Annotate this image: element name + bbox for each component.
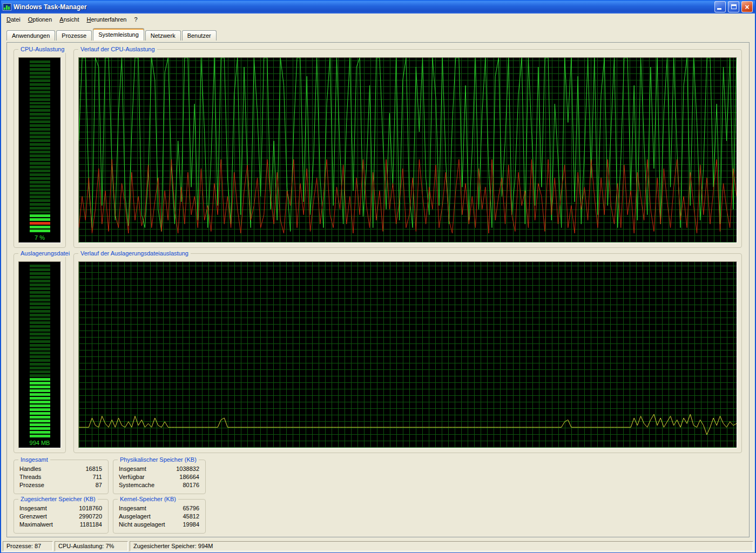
performance-tab-page: CPU-Auslastung 7 % Verlauf der CPU-Ausla…: [6, 42, 750, 537]
pagefile-history-graph: [78, 261, 737, 448]
cpu-led-bar: [30, 60, 50, 232]
cpu-history-plot: [79, 58, 737, 242]
cpu-history-groupbox: Verlauf der CPU-Auslastung: [73, 49, 742, 248]
stat-row: Insgesamt1018760: [19, 504, 102, 512]
cpu-usage-groupbox: CPU-Auslastung 7 %: [14, 49, 66, 248]
totals-caption: Insgesamt: [18, 456, 50, 463]
kernel-memory-groupbox: Kernel-Speicher (KB) Insgesamt65796Ausge…: [113, 499, 206, 534]
stat-row: Ausgelagert45812: [119, 512, 199, 521]
maximize-icon: [731, 4, 737, 9]
status-bar: Prozesse: 87 CPU-Auslastung: 7% Zugesich…: [1, 540, 755, 552]
menu-item-help[interactable]: ?: [130, 15, 141, 24]
minimize-icon: [717, 8, 721, 10]
cpu-history-graph: [78, 57, 737, 243]
tab-netzwerk[interactable]: Netzwerk: [145, 30, 181, 41]
totals-rows: Handles16815Threads711Prozesse87: [14, 460, 108, 491]
menu-item-datei[interactable]: Datei: [3, 15, 24, 24]
menu-bar: DateiOptionenAnsichtHerunterfahren?: [1, 14, 755, 25]
task-manager-window: Windows Task-Manager × DateiOptionenAnsi…: [0, 0, 756, 553]
stat-row: Insgesamt1038832: [119, 465, 199, 473]
cpu-usage-value: 7 %: [35, 234, 45, 241]
stat-row: Insgesamt65796: [119, 504, 199, 512]
commit-charge-groupbox: Zugesicherter Speicher (KB) Insgesamt101…: [14, 499, 109, 534]
pagefile-history-groupbox: Verlauf der Auslagerungsdateiauslastung: [73, 253, 742, 453]
menu-item-herunterfahren[interactable]: Herunterfahren: [83, 15, 130, 24]
stat-row: Threads711: [19, 473, 102, 481]
physical-memory-rows: Insgesamt1038832Verfügbar186664Systemcac…: [113, 460, 205, 491]
physical-memory-groupbox: Physikalischer Speicher (KB) Insgesamt10…: [113, 460, 206, 494]
commit-charge-rows: Insgesamt1018760Grenzwert2990720Maximalw…: [14, 500, 108, 530]
status-commit-charge: Zugesicherter Speicher: 994M: [130, 541, 753, 551]
totals-groupbox: Insgesamt Handles16815Threads711Prozesse…: [14, 460, 109, 494]
pagefile-led-bar: [30, 265, 50, 437]
close-button[interactable]: ×: [741, 1, 753, 12]
stat-row: Systemcache80176: [119, 481, 199, 489]
tab-benutzer[interactable]: Benutzer: [182, 30, 217, 41]
pagefile-caption: Auslagerungsdatei: [18, 250, 72, 257]
pagefile-history-plot: [79, 262, 737, 448]
stat-row: Verfügbar186664: [119, 473, 199, 481]
tab-anwendungen[interactable]: Anwendungen: [6, 30, 55, 41]
menu-item-ansicht[interactable]: Ansicht: [56, 15, 83, 24]
stat-row: Grenzwert2990720: [19, 512, 102, 521]
cpu-usage-caption: CPU-Auslastung: [18, 46, 66, 53]
menu-item-optionen[interactable]: Optionen: [24, 15, 56, 24]
tab-strip: AnwendungenProzesseSystemleistungNetzwer…: [1, 25, 755, 43]
commit-charge-caption: Zugesicherter Speicher (KB): [18, 496, 98, 503]
stat-row: Nicht ausgelagert19984: [119, 521, 199, 529]
kernel-memory-rows: Insgesamt65796Ausgelagert45812Nicht ausg…: [113, 500, 205, 530]
physical-memory-caption: Physikalischer Speicher (KB): [118, 456, 199, 463]
app-icon: [3, 3, 11, 11]
stat-row: Handles16815: [19, 465, 102, 473]
stat-row: Prozesse87: [19, 481, 102, 489]
title-bar[interactable]: Windows Task-Manager ×: [1, 0, 755, 14]
tab-prozesse[interactable]: Prozesse: [56, 30, 92, 41]
tab-systemleistung[interactable]: Systemleistung: [93, 28, 144, 41]
cpu-usage-meter: 7 %: [18, 57, 61, 243]
kernel-memory-caption: Kernel-Speicher (KB): [118, 496, 178, 503]
stat-row: Maximalwert1181184: [19, 521, 102, 529]
pagefile-history-caption: Verlauf der Auslagerungsdateiauslastung: [78, 250, 191, 257]
status-cpu-usage: CPU-Auslastung: 7%: [55, 541, 128, 551]
pagefile-value: 994 MB: [30, 440, 50, 447]
cpu-history-caption: Verlauf der CPU-Auslastung: [78, 46, 157, 53]
stats-area: Insgesamt Handles16815Threads711Prozesse…: [14, 458, 742, 534]
maximize-button[interactable]: [728, 1, 739, 12]
window-title: Windows Task-Manager: [14, 3, 712, 11]
status-processes: Prozesse: 87: [3, 541, 53, 551]
pagefile-groupbox: Auslagerungsdatei 994 MB: [14, 253, 66, 453]
minimize-button[interactable]: [714, 1, 726, 12]
close-icon: ×: [742, 2, 752, 12]
pagefile-meter: 994 MB: [18, 261, 61, 448]
